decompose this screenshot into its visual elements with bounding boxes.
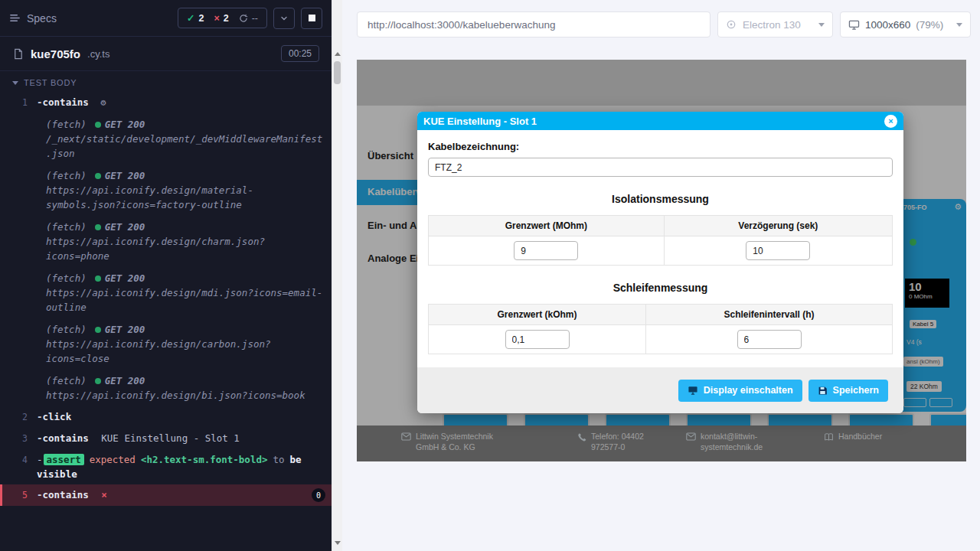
fetch-log-entry[interactable]: (fetch)GET 200 https://api.iconify.desig… xyxy=(0,318,332,370)
cable-name-input[interactable] xyxy=(428,158,893,177)
display-on-button[interactable]: Display einschalten xyxy=(678,380,802,402)
save-label: Speichern xyxy=(833,385,879,396)
collapse-all-button[interactable] xyxy=(273,8,295,29)
fetch-status: GET 200 xyxy=(105,272,145,284)
scroll-up-arrow-icon[interactable] xyxy=(335,52,341,56)
retry-count-badge: 0 xyxy=(312,488,325,502)
spec-file-row[interactable]: kue705fo .cy.ts 00:25 xyxy=(0,37,332,71)
cypress-main-area: http://localhost:3000/kabelueberwachung … xyxy=(342,0,980,551)
chevron-down-icon xyxy=(818,23,825,27)
step-number: 5 xyxy=(0,487,37,503)
fetch-log-entry[interactable]: (fetch)GET 200 https://api.iconify.desig… xyxy=(0,216,332,267)
floppy-save-icon xyxy=(818,386,828,396)
stop-icon xyxy=(309,15,315,21)
test-body-label: TEST BODY xyxy=(24,78,77,87)
command-log: 1 contains ⚙ (fetch)GET 200 /_next/stati… xyxy=(0,92,332,551)
fetch-url: https://api.iconify.design/charm.json?ic… xyxy=(46,234,324,263)
fetch-status: GET 200 xyxy=(105,324,145,335)
fetch-status: GET 200 xyxy=(105,170,145,181)
column-header: Schleifenintervall (h) xyxy=(646,305,893,325)
fetch-status: GET 200 xyxy=(105,375,145,386)
command-name: click xyxy=(37,411,71,422)
loop-section-title: Schleifenmessung xyxy=(428,282,893,294)
status-dot xyxy=(95,276,101,282)
pending-stat: -- xyxy=(239,13,258,24)
electron-browser-icon xyxy=(726,19,737,30)
browser-name: Electron 130 xyxy=(743,19,801,31)
step-number: 2 xyxy=(0,409,37,425)
aut-toolbar: http://localhost:3000/kabelueberwachung … xyxy=(342,0,980,49)
fetch-url: https://api.iconify.design/bi.json?icons… xyxy=(46,388,324,403)
status-dot xyxy=(95,224,101,230)
status-dot xyxy=(95,378,101,384)
kue-settings-modal: KUE Einstellung - Slot 1 × Kabelbezeichn… xyxy=(417,112,903,413)
modal-footer: Display einschalten Speichern xyxy=(417,367,903,413)
fetch-url: /_next/static/development/_devMiddleware… xyxy=(46,132,324,161)
fetch-log-entry[interactable]: (fetch)GET 200 https://api.iconify.desig… xyxy=(0,370,332,406)
column-header: Verzögerung (sek) xyxy=(664,216,892,236)
test-step[interactable]: 2 click xyxy=(0,406,332,428)
failed-stat: × 2 xyxy=(214,13,228,24)
column-header: Grenzwert (kOhm) xyxy=(429,305,646,325)
assert-expected: expected xyxy=(90,454,136,465)
fetch-log-entry[interactable]: (fetch)GET 200 /_next/static/development… xyxy=(0,113,332,165)
specs-menu-button[interactable]: Specs xyxy=(9,12,57,24)
column-header: Grenzwert (MOhm) xyxy=(429,216,665,236)
close-icon[interactable]: × xyxy=(884,115,897,128)
aut-url: http://localhost:3000/kabelueberwachung xyxy=(368,19,555,31)
cross-icon: × xyxy=(214,13,219,24)
isolation-section-title: Isolationsmessung xyxy=(428,193,893,205)
modal-header: KUE Einstellung - Slot 1 × xyxy=(417,112,903,130)
test-step-failed[interactable]: 5 contains × 0 xyxy=(0,484,332,506)
url-bar[interactable]: http://localhost:3000/kabelueberwachung xyxy=(357,11,710,37)
fetch-label: (fetch) xyxy=(46,221,87,233)
save-button[interactable]: Speichern xyxy=(808,380,888,402)
passed-stat: ✓ 2 xyxy=(187,12,204,24)
modal-title: KUE Einstellung - Slot 1 xyxy=(423,116,537,127)
display-on-label: Display einschalten xyxy=(704,385,793,396)
scrollbar-thumb[interactable] xyxy=(334,61,341,84)
assert-badge: assert xyxy=(44,454,84,465)
fetch-status: GET 200 xyxy=(105,119,145,130)
fail-cross-icon: × xyxy=(101,489,107,500)
dash-prefix xyxy=(37,454,44,465)
step-number: 1 xyxy=(0,95,37,110)
fetch-log-entry[interactable]: (fetch)GET 200 https://api.iconify.desig… xyxy=(0,267,332,318)
passed-count: 2 xyxy=(198,13,204,24)
stop-run-button[interactable] xyxy=(301,8,322,29)
sidebar-scrollbar[interactable] xyxy=(332,0,342,551)
failed-count: 2 xyxy=(224,13,229,24)
pending-count: -- xyxy=(252,13,258,24)
spec-file-icon xyxy=(12,48,24,60)
fetch-label: (fetch) xyxy=(46,119,87,130)
scroll-down-arrow-icon[interactable] xyxy=(335,541,341,545)
fetch-url: https://api.iconify.design/carbon.json?i… xyxy=(46,337,324,366)
fetch-label: (fetch) xyxy=(46,272,87,284)
viewport-size: 1000x660 xyxy=(865,19,910,31)
spec-name: kue705fo xyxy=(31,47,80,60)
monitor-icon xyxy=(848,20,860,30)
fetch-log-entry[interactable]: (fetch)GET 200 https://api.iconify.desig… xyxy=(0,165,332,216)
specs-list-icon xyxy=(9,12,21,24)
test-step-assert[interactable]: 4 assertexpected<h2.text-sm.font-bold>to… xyxy=(0,449,332,484)
loop-limit-input[interactable] xyxy=(505,330,570,349)
command-name: contains xyxy=(37,96,89,108)
fetch-url: https://api.iconify.design/material-symb… xyxy=(46,183,324,212)
isolation-delay-input[interactable] xyxy=(746,241,810,260)
test-body-section-header[interactable]: TEST BODY xyxy=(0,71,332,92)
command-name: contains xyxy=(37,489,89,500)
fetch-label: (fetch) xyxy=(46,170,87,181)
status-dot xyxy=(95,173,101,179)
fetch-url: https://api.iconify.design/mdi.json?icon… xyxy=(46,285,324,315)
reporter-header: Specs ✓ 2 × 2 -- xyxy=(0,0,332,37)
fetch-label: (fetch) xyxy=(46,375,87,386)
test-step[interactable]: 1 contains ⚙ xyxy=(0,92,332,113)
test-step[interactable]: 3 contains KUE Einstellung - Slot 1 xyxy=(0,428,332,449)
assert-element: <h2.text-sm.font-bold> xyxy=(141,454,268,465)
loop-interval-input[interactable] xyxy=(737,330,802,349)
gear-icon: ⚙ xyxy=(100,97,106,108)
viewport-select[interactable]: 1000x660 (79%) xyxy=(840,11,971,37)
isolation-limit-input[interactable] xyxy=(514,241,578,260)
browser-select[interactable]: Electron 130 xyxy=(717,11,833,37)
spec-extension: .cy.ts xyxy=(87,48,109,60)
